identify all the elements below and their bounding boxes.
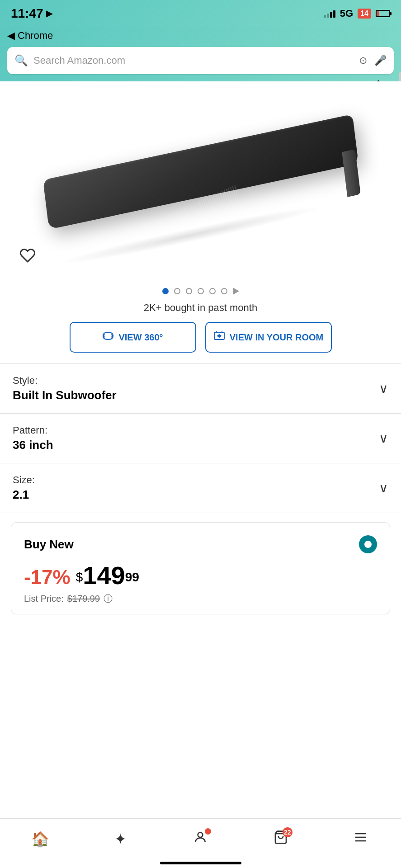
buy-header: Buy New <box>24 535 377 553</box>
soundbar-end <box>342 149 361 197</box>
location-arrow-icon: ▶ <box>46 9 52 19</box>
account-notification-dot <box>205 828 211 835</box>
style-option-row[interactable]: Style: Built In Subwoofer ∨ <box>0 364 401 414</box>
view-buttons-row: VIEW 360° VIEW IN YOUR ROOM <box>0 322 401 363</box>
wishlist-button[interactable] <box>16 244 39 267</box>
home-icon: 🏠 <box>31 830 49 848</box>
product-image <box>33 111 368 255</box>
size-option-row[interactable]: Size: 2.1 ∨ <box>0 463 401 513</box>
network-type: 5G <box>340 8 353 19</box>
search-icon: 🔍 <box>14 54 28 67</box>
pattern-option-value: 36 inch <box>13 438 53 452</box>
battery-level: 14 <box>358 9 371 19</box>
cart-icon: 22 <box>274 830 288 848</box>
signal-bars-icon <box>324 9 335 18</box>
price-cents: 99 <box>125 570 139 584</box>
nav-cart[interactable]: 22 <box>263 830 299 848</box>
buy-section: Buy New -17% $14999 List Price: $179.99 … <box>11 522 390 614</box>
address-input-field[interactable]: 🔍 Search Amazon.com ⊙ 🎤 <box>7 47 394 74</box>
back-button[interactable]: ◀ Chrome <box>7 30 53 42</box>
style-option-value: Built In Subwoofer <box>13 388 117 402</box>
dot-4[interactable] <box>198 288 204 294</box>
video-play-dot[interactable] <box>233 288 239 295</box>
battery-icon <box>376 10 390 17</box>
size-option-label: Size: <box>13 474 35 486</box>
list-price-info-icon[interactable]: ⓘ <box>104 593 113 605</box>
search-placeholder: Search Amazon.com <box>33 55 354 66</box>
size-option-value: 2.1 <box>13 488 35 502</box>
time-display: 11:47 <box>11 6 43 21</box>
nav-menu[interactable] <box>343 830 379 848</box>
list-price-row: List Price: $179.99 ⓘ <box>24 593 377 605</box>
nav-account[interactable] <box>182 830 218 848</box>
price-display: $14999 <box>76 561 139 590</box>
dot-6[interactable] <box>221 288 227 294</box>
size-chevron-icon: ∨ <box>379 481 388 495</box>
nav-home[interactable]: 🏠 <box>22 830 58 848</box>
browser-label: Chrome <box>18 30 53 42</box>
account-icon <box>193 830 208 848</box>
price-main: 149 <box>83 561 125 590</box>
pattern-option-content: Pattern: 36 inch <box>13 425 53 452</box>
radio-selected[interactable] <box>359 535 377 553</box>
svg-point-4 <box>198 832 203 837</box>
home-indicator <box>160 862 241 864</box>
back-arrow-icon: ◀ <box>7 30 15 42</box>
radio-inner <box>364 541 372 548</box>
address-bar-container: 🔍 Search Amazon.com ⊙ 🎤 <box>0 47 401 81</box>
view-360-button[interactable]: VIEW 360° <box>70 322 196 353</box>
pattern-option-label: Pattern: <box>13 425 53 436</box>
style-chevron-icon: ∨ <box>379 381 388 396</box>
price-row: -17% $14999 <box>24 561 377 590</box>
price-dollar-sign: $ <box>76 570 83 584</box>
product-image-area <box>0 81 401 280</box>
inspire-icon: ✦ <box>114 830 127 848</box>
pattern-option-row[interactable]: Pattern: 36 inch ∨ <box>0 414 401 463</box>
style-option-label: Style: <box>13 375 117 387</box>
image-dots-navigation <box>0 280 401 299</box>
size-option-content: Size: 2.1 <box>13 474 35 502</box>
view-in-room-label: VIEW IN YOUR ROOM <box>230 332 323 343</box>
nav-inspire[interactable]: ✦ <box>102 830 138 848</box>
status-right: 5G 14 <box>324 8 390 19</box>
dot-2[interactable] <box>174 288 180 294</box>
status-bar: 11:47 ▶ 5G 14 <box>0 0 401 27</box>
bought-badge-text: 2K+ bought in past month <box>144 302 257 313</box>
discount-percent: -17% <box>24 566 71 589</box>
buy-label: Buy New <box>24 538 74 552</box>
status-time: 11:47 ▶ <box>11 6 52 21</box>
microphone-icon[interactable]: 🎤 <box>374 55 387 66</box>
list-price-label: List Price: <box>24 594 64 604</box>
bought-badge: 2K+ bought in past month <box>0 299 401 322</box>
view-in-room-button[interactable]: VIEW IN YOUR ROOM <box>205 322 332 353</box>
cart-badge: 22 <box>283 827 292 837</box>
view-360-icon <box>102 331 114 343</box>
address-bar-icons: ⊙ 🎤 <box>359 55 387 66</box>
dot-5[interactable] <box>209 288 216 294</box>
dot-3[interactable] <box>186 288 192 294</box>
view-360-label: VIEW 360° <box>118 332 163 343</box>
chrome-bar: ◀ Chrome <box>0 27 401 47</box>
bottom-navigation: 🏠 ✦ 22 <box>0 818 401 868</box>
list-price-value: $179.99 <box>67 594 100 604</box>
ar-icon <box>213 330 225 344</box>
style-option-content: Style: Built In Subwoofer <box>13 375 117 402</box>
menu-icon <box>354 830 368 848</box>
camera-icon[interactable]: ⊙ <box>359 55 367 66</box>
pattern-chevron-icon: ∨ <box>379 431 388 446</box>
dot-1[interactable] <box>162 288 169 294</box>
